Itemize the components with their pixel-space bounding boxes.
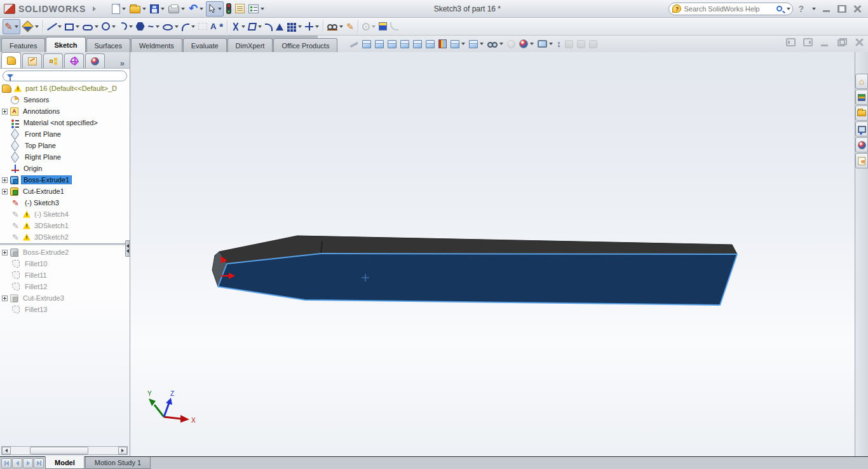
dimxpertmanager-tab[interactable] [64,53,84,68]
view-settings-dropdown-arrow[interactable] [549,43,553,45]
edit-appearance-button[interactable] [506,39,516,49]
make-block-button[interactable] [197,19,208,34]
view-palette-button[interactable] [855,121,868,137]
open-dropdown-arrow[interactable] [142,8,146,10]
view-settings-button[interactable] [537,39,553,48]
panel-splitter-handle[interactable] [125,240,130,257]
normal-to-button[interactable] [400,39,410,49]
tree-item-sensors[interactable]: Sensors [0,94,130,105]
magnifying-glass-button[interactable] [348,39,359,50]
expand-toggle[interactable] [2,296,8,301]
tree-item-annotations[interactable]: A Annotations [0,105,130,117]
undo-dropdown-arrow[interactable] [200,8,203,10]
sketch-tool-button[interactable]: ✎ [3,19,20,34]
collapse-left-icon[interactable] [786,38,796,46]
print-dropdown-arrow[interactable] [181,8,185,10]
tree-item-sketch4[interactable]: ✎ ! (-) Sketch4 [0,208,130,220]
tab-features[interactable]: Features [1,38,45,52]
minimize-button[interactable] [822,5,831,13]
zoom-to-fit-button[interactable] [362,39,372,49]
tree-item-part-root[interactable]: ! part 16 (Default<<Default>_D [0,83,130,94]
save-button[interactable] [149,1,166,17]
trim-entities-button[interactable] [230,19,247,34]
circle-tool-button[interactable] [100,19,117,34]
featuremanager-tree-tab[interactable] [1,52,21,68]
tab-sketch[interactable]: Sketch [46,37,85,52]
search-dropdown-arrow[interactable] [787,8,790,10]
spline-tool-button[interactable]: ~ [147,19,161,34]
hide-show-dropdown-arrow[interactable] [499,43,503,45]
tab-office-products[interactable]: Office Products [273,38,337,52]
rapid-sketch-button[interactable] [377,19,388,34]
previous-tab-button[interactable] [12,458,22,468]
tree-item-fillet11[interactable]: Fillet11 [0,269,130,281]
tree-item-fillet10[interactable]: Fillet10 [0,258,130,269]
file-explorer-button[interactable] [855,105,868,121]
new-document-button[interactable] [111,1,127,17]
part-front-face[interactable] [218,254,737,305]
smart-dimension-dropdown-arrow[interactable] [35,25,39,28]
new-dropdown-arrow[interactable] [122,8,126,10]
tree-item-right-plane[interactable]: Right Plane [0,151,130,163]
graphics-viewport[interactable]: X Y Z [130,52,855,456]
expand-toggle[interactable] [2,250,8,255]
polygon-tool-button[interactable] [135,19,146,34]
propertymanager-tab[interactable] [22,53,42,68]
last-tab-button[interactable] [34,458,44,468]
first-tab-button[interactable] [1,458,11,468]
sketch-fillet-button[interactable] [180,19,196,34]
doc-restore-button[interactable] [837,38,847,46]
move-entities-button[interactable] [304,19,320,34]
smart-dimension-button[interactable] [21,19,40,34]
convert-dropdown-arrow[interactable] [258,25,262,28]
next-tab-button[interactable] [23,458,33,468]
restore-button[interactable] [837,5,846,13]
scroll-left-button[interactable] [2,447,11,454]
centerpoint-arc-button[interactable] [118,19,134,34]
tree-item-boss-extrude1[interactable]: Boss-Extrude1 [0,174,130,186]
ellipse-tool-button[interactable] [161,19,180,34]
sketch-chamfer-button[interactable] [389,19,400,34]
tree-item-material[interactable]: Material <not specified> [0,117,130,128]
open-document-button[interactable] [128,1,147,17]
scroll-right-button[interactable] [118,447,127,454]
sketch-fillet-dropdown-arrow[interactable] [191,25,195,28]
tab-evaluate[interactable]: Evaluate [183,38,227,52]
panel-horizontal-scrollbar[interactable] [1,446,128,455]
snaps-dropdown-arrow[interactable] [372,25,376,28]
model-tab[interactable]: Model [45,456,85,469]
panel-overflow-chevrons[interactable]: » [120,58,130,68]
tree-item-sketch3[interactable]: ✎ (-) Sketch3 [0,197,130,208]
pattern-dropdown-arrow[interactable] [298,25,302,28]
circle-dropdown-arrow[interactable] [112,25,116,28]
solidworks-resources-button[interactable]: ⌂ [855,74,868,89]
section-view-button[interactable] [438,39,447,49]
sketch-text-button[interactable]: A [209,19,217,34]
search-input[interactable] [684,5,774,13]
tree-item-3dsketch2[interactable]: ✎ ! 3DSketch2 [0,231,130,243]
tree-item-3dsketch1[interactable]: ✎ ! 3DSketch1 [0,220,130,231]
point-tool-button[interactable]: * [218,19,224,34]
tree-item-fillet12[interactable]: Fillet12 [0,281,130,292]
previous-view-button[interactable] [387,39,397,49]
tree-item-top-plane[interactable]: Top Plane [0,140,130,151]
slot-dropdown-arrow[interactable] [95,25,98,28]
expand-toggle[interactable] [2,177,8,183]
display-delete-relations-button[interactable] [326,19,344,34]
tree-split-bar[interactable] [0,243,130,246]
mirror-entities-button[interactable] [275,19,285,34]
motion-study-tab[interactable]: Motion Study 1 [85,457,151,469]
rectangle-dropdown-arrow[interactable] [76,25,79,28]
options-dropdown-arrow[interactable] [261,8,264,10]
quick-snaps-button[interactable] [361,19,377,34]
view-orientation-button[interactable] [450,39,466,49]
offset-entities-button[interactable] [264,19,274,34]
relations-dropdown-arrow[interactable] [339,25,343,28]
custom-properties-button[interactable] [855,153,868,168]
scrollbar-thumb[interactable] [30,447,88,454]
options-button[interactable] [247,1,266,17]
tree-item-cut-extrude3[interactable]: Cut-Extrude3 [0,292,130,304]
isometric-view-button[interactable] [425,39,435,49]
tab-weldments[interactable]: Weldments [131,38,182,52]
tab-surfaces[interactable]: Surfaces [86,38,130,52]
